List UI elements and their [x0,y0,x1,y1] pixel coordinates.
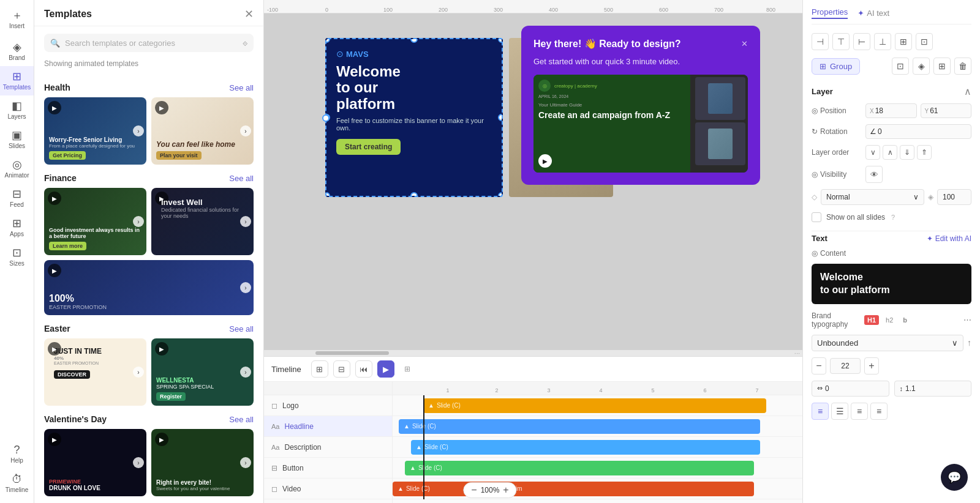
blend-mode-select[interactable]: Normal ∨ [821,189,924,205]
layer-collapse-button[interactable]: ∧ [964,86,971,97]
layer-to-bottom-button[interactable]: ⇓ [900,145,914,160]
bold-badge[interactable]: b [900,315,910,325]
nav-arrow-right[interactable]: › [240,367,251,378]
text-align-left-button[interactable]: ≡ [812,403,829,420]
align-center-v-button[interactable]: ⊡ [916,33,933,50]
template-card[interactable]: ▶ JUST IN TIME 40% EASTER PROMOTION DISC… [44,338,146,406]
opacity-input[interactable]: 100 [937,189,971,205]
horizontal-scrollbar[interactable]: ··· [264,350,802,356]
template-card[interactable]: ▶ You can feel like home Plan your visit… [151,97,254,165]
template-card[interactable]: ▶ Good investment always results in a be… [44,188,146,255]
popup-video-preview[interactable]: ◎ creatopy | academy APRIL 16, 2024 Your… [533,75,748,173]
template-card[interactable]: ▶ WELLNESTA SPRING SPA SPECIAL Register … [151,338,254,406]
sidebar-item-animator[interactable]: ◎ Animator [0,154,34,184]
button-bar[interactable]: ▲ Slide (C) [405,461,754,475]
char-spacing-input[interactable]: ⇔ 0 [812,381,889,397]
nav-arrow-right[interactable]: › [240,216,251,227]
playhead[interactable] [423,395,424,499]
design-canvas[interactable]: ⊙ MAVS Welcometo ourplatform Feel free t… [325,38,503,197]
template-card[interactable]: ▶ Worry-Free Senior Living From a place … [44,97,146,165]
h2-badge[interactable]: h2 [883,315,896,325]
size-minus-button[interactable]: − [812,357,826,374]
font-up-arrow[interactable]: ↑ [967,338,971,348]
template-card[interactable]: ▶ Right in every bite! Sweets for you an… [151,429,254,496]
template-card[interactable]: ▶ PRIMEWINE DRUNK ON LOVE › [44,429,146,496]
description-bar[interactable]: ▲ Slide (C) [411,440,760,455]
align-center-h-button[interactable]: ⊞ [895,33,912,50]
text-preview[interactable]: Welcometo our platform [812,264,971,304]
track-label-video[interactable]: ◻ Video [264,479,392,499]
timeline-play-button[interactable]: ▶ [377,360,394,378]
text-align-justify-button[interactable]: ≡ [870,403,888,420]
visibility-toggle[interactable]: 👁 [865,166,883,183]
selection-handle[interactable] [325,38,330,43]
headline-bar[interactable]: ▲ Slide (C) [399,419,760,434]
sidebar-item-insert[interactable]: ＋ Insert [0,5,34,34]
template-card[interactable]: ▶ Invest Well Dedicated financial soluti… [151,188,254,255]
nav-arrow-right[interactable]: › [240,282,251,293]
x-input[interactable]: X 18 [865,103,917,118]
sidebar-item-help[interactable]: ? Help [0,439,34,469]
popup-close-button[interactable]: ✕ [741,39,748,48]
more-options[interactable]: ··· [794,349,800,356]
sidebar-item-templates[interactable]: ⊞ Templates [0,66,34,95]
sidebar-item-slides[interactable]: ▣ Slides [0,125,34,154]
nav-arrow-right[interactable]: › [133,457,144,468]
y-input[interactable]: Y 61 [921,103,972,118]
track-label-button[interactable]: ⊟ Button [264,458,392,479]
timeline-back-button[interactable]: ⏮ [355,360,372,378]
selection-handle[interactable] [325,192,330,197]
timeline-split-button[interactable]: ⊟ [333,360,350,378]
logo-bar[interactable]: ▲ Slide (C) [423,398,766,413]
tab-ai-text[interactable]: ✦ AI text [858,7,889,19]
valentines-see-all[interactable]: See all [229,415,254,424]
font-select[interactable]: Unbounded ∨ [812,335,963,351]
nav-arrow-right[interactable]: › [240,457,251,468]
scrollbar-thumb[interactable] [315,351,389,355]
delete-button[interactable]: 🗑 [954,58,971,75]
align-right-button[interactable]: ⊢ [853,33,870,50]
nav-arrow-right[interactable]: › [133,367,144,378]
timeline-copy-button[interactable]: ⊞ [311,360,328,378]
canvas-cta-button[interactable]: Start creating [336,139,401,155]
h1-badge[interactable]: H1 [864,315,879,325]
selection-handle[interactable] [498,192,503,197]
size-plus-button[interactable]: + [864,357,879,374]
track-label-logo[interactable]: ◻ Logo [264,395,392,416]
layer-up-button[interactable]: ∧ [883,145,897,160]
close-panel-button[interactable]: ✕ [244,9,254,20]
selection-handle[interactable] [498,38,503,43]
edit-with-ai-button[interactable]: ✦ Edit with AI [927,234,971,243]
layer-to-top-button[interactable]: ⇑ [917,145,932,160]
video-bar[interactable]: ▲ Slide (C) ✂ Trim [393,482,754,496]
rotation-input[interactable]: ∠ 0 [865,124,971,139]
sidebar-item-layers[interactable]: ◧ Layers [0,95,34,125]
search-input[interactable] [65,39,238,48]
nav-arrow-right[interactable]: › [133,125,144,136]
sidebar-item-timeline[interactable]: ⏱ Timeline [0,469,34,498]
zoom-out-button[interactable]: − [471,485,477,495]
size-input[interactable]: 22 [830,358,861,374]
selection-handle[interactable] [410,192,418,197]
track-label-headline[interactable]: Aa Headline [264,416,392,437]
timeline-options[interactable]: ⊞ [404,365,410,373]
align-bottom-button[interactable]: ⊥ [874,33,891,50]
finance-see-all[interactable]: See all [229,174,254,183]
sidebar-item-brand[interactable]: ◈ Brand [0,37,34,66]
track-label-description[interactable]: Aa Description [264,437,392,458]
align-top-button[interactable]: ⊤ [832,33,850,50]
filter-icon[interactable]: ⟐ [243,38,247,48]
zoom-in-button[interactable]: + [503,485,508,495]
layer-down-button[interactable]: ∨ [865,145,880,160]
nav-arrow-right[interactable]: › [240,125,251,136]
mask-button[interactable]: ◈ [913,58,930,75]
copy-style-button[interactable]: ⊡ [892,58,909,75]
easter-see-all[interactable]: See all [229,324,254,333]
sidebar-item-apps[interactable]: ⊞ Apps [0,213,34,242]
chat-button[interactable]: 💬 [941,464,968,491]
align-left-button[interactable]: ⊣ [812,33,829,50]
sidebar-item-feed[interactable]: ⊟ Feed [0,184,34,213]
sidebar-item-sizes[interactable]: ⊡ Sizes [0,242,34,272]
text-align-center-button[interactable]: ☰ [831,403,848,420]
group-button[interactable]: ⊞ Group [812,58,860,75]
